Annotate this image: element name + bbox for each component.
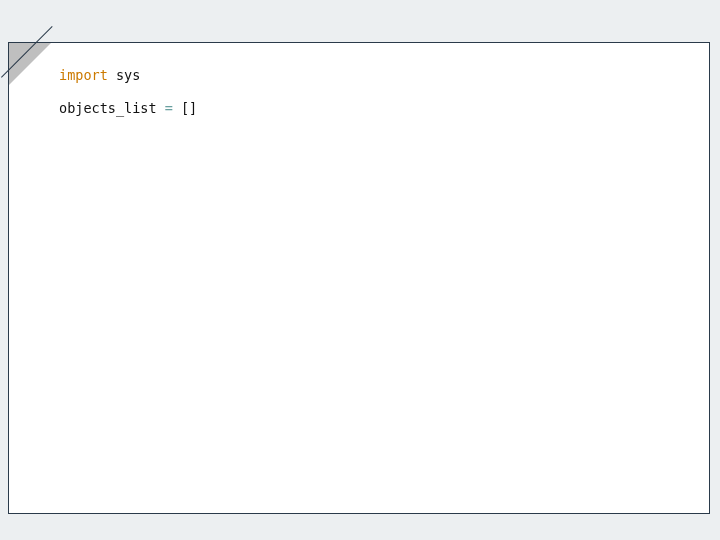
code-token-ident: objects_list xyxy=(59,100,157,116)
code-line: objects_list = [] xyxy=(59,100,197,116)
code-token-punct: [] xyxy=(181,100,197,116)
folded-corner-icon xyxy=(9,43,51,85)
code-token-op: = xyxy=(165,100,173,116)
app-stage: import sys objects_list = [] xyxy=(0,0,720,540)
code-line: import sys xyxy=(59,67,140,83)
code-card: import sys objects_list = [] xyxy=(8,42,710,514)
code-token-ident: sys xyxy=(116,67,140,83)
code-token-keyword: import xyxy=(59,67,108,83)
code-editor[interactable]: import sys objects_list = [] xyxy=(59,67,699,490)
